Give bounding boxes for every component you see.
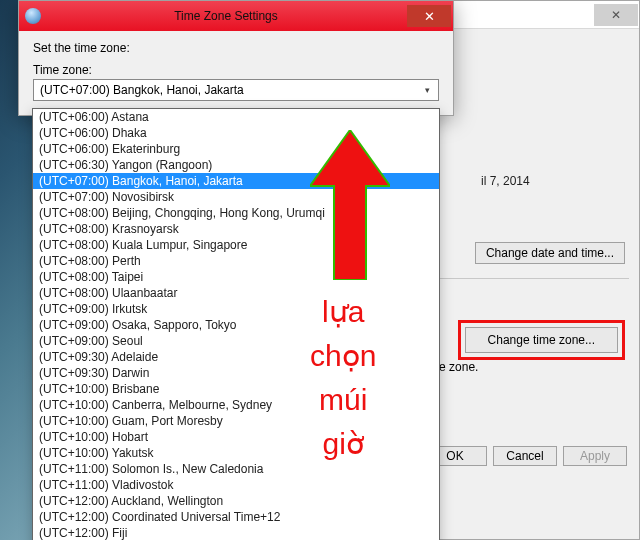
annotation-line-3: múi: [310, 378, 376, 422]
time-zone-option[interactable]: (UTC+09:00) Irkutsk: [33, 301, 439, 317]
change-time-zone-highlight: Change time zone...: [458, 320, 625, 360]
time-zone-option[interactable]: (UTC+10:00) Yakutsk: [33, 445, 439, 461]
time-zone-option[interactable]: (UTC+10:00) Guam, Port Moresby: [33, 413, 439, 429]
chevron-down-icon: ▾: [420, 83, 434, 97]
tz-title: Time Zone Settings: [47, 9, 405, 23]
svg-marker-0: [310, 130, 390, 280]
annotation-arrow: [310, 130, 390, 280]
time-zone-option[interactable]: (UTC+09:30) Darwin: [33, 365, 439, 381]
time-zone-option[interactable]: (UTC+11:00) Vladivostok: [33, 477, 439, 493]
time-zone-selected-value: (UTC+07:00) Bangkok, Hanoi, Jakarta: [40, 83, 244, 97]
set-time-zone-label: Set the time zone:: [33, 41, 439, 55]
annotation-text: lựa chọn múi giờ: [310, 290, 376, 466]
time-zone-combobox[interactable]: (UTC+07:00) Bangkok, Hanoi, Jakarta ▾: [33, 79, 439, 101]
time-zone-label: Time zone:: [33, 63, 439, 77]
time-zone-option[interactable]: (UTC+10:00) Brisbane: [33, 381, 439, 397]
tz-body: Set the time zone: Time zone: (UTC+07:00…: [19, 31, 453, 115]
change-date-time-label: Change date and time...: [486, 246, 614, 260]
close-icon[interactable]: ✕: [594, 4, 638, 26]
change-date-time-button-wrap: Change date and time...: [475, 242, 625, 264]
time-zone-option[interactable]: (UTC+12:00) Coordinated Universal Time+1…: [33, 509, 439, 525]
apply-button[interactable]: Apply: [563, 446, 627, 466]
tz-titlebar: Time Zone Settings ✕: [19, 1, 453, 31]
date-text: il 7, 2014: [481, 174, 629, 188]
time-zone-option[interactable]: (UTC+06:00) Astana: [33, 109, 439, 125]
change-date-time-button[interactable]: Change date and time...: [475, 242, 625, 264]
time-zone-option[interactable]: (UTC+11:00) Solomon Is., New Caledonia: [33, 461, 439, 477]
time-zone-option[interactable]: (UTC+10:00) Hobart: [33, 429, 439, 445]
cancel-button[interactable]: Cancel: [493, 446, 557, 466]
time-zone-option[interactable]: (UTC+12:00) Auckland, Wellington: [33, 493, 439, 509]
annotation-line-1: lựa: [310, 290, 376, 334]
annotation-line-4: giờ: [310, 422, 376, 466]
time-zone-option[interactable]: (UTC+09:30) Adelaide: [33, 349, 439, 365]
globe-icon: [25, 8, 41, 24]
time-zone-option[interactable]: (UTC+09:00) Osaka, Sapporo, Tokyo: [33, 317, 439, 333]
annotation-line-2: chọn: [310, 334, 376, 378]
change-time-zone-button[interactable]: Change time zone...: [465, 327, 618, 353]
time-zone-option[interactable]: (UTC+08:00) Ulaanbaatar: [33, 285, 439, 301]
time-zone-settings-window: Time Zone Settings ✕ Set the time zone: …: [18, 0, 454, 116]
time-zone-option[interactable]: (UTC+10:00) Canberra, Melbourne, Sydney: [33, 397, 439, 413]
dialog-buttons: OK Cancel Apply: [423, 446, 627, 466]
change-time-zone-label: Change time zone...: [488, 333, 595, 347]
time-zone-option[interactable]: (UTC+12:00) Fiji: [33, 525, 439, 540]
close-icon[interactable]: ✕: [407, 5, 451, 27]
time-zone-option[interactable]: (UTC+09:00) Seoul: [33, 333, 439, 349]
